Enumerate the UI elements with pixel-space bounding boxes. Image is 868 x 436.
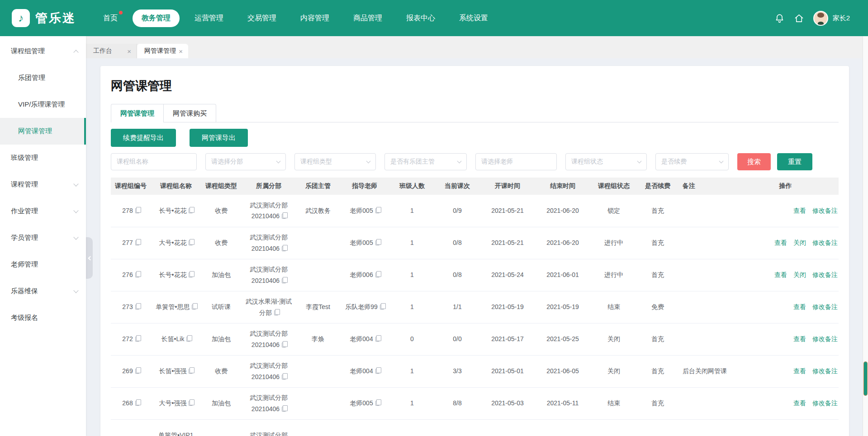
copy-icon[interactable] bbox=[375, 240, 379, 245]
copy-icon[interactable] bbox=[189, 272, 193, 277]
renew-remind-export-button[interactable]: 续费提醒导出 bbox=[111, 129, 176, 147]
subtab-manage[interactable]: 网管课管理 bbox=[111, 104, 164, 122]
sidebar-item-online-course[interactable]: 网管课管理 bbox=[0, 118, 86, 145]
nav-item-content[interactable]: 内容管理 bbox=[291, 9, 338, 27]
copy-icon[interactable] bbox=[282, 214, 286, 219]
edit-remark-link[interactable]: 修改备注 bbox=[812, 399, 838, 407]
copy-icon[interactable] bbox=[380, 305, 384, 309]
cell-name: 单簧管•VIP1 bbox=[151, 419, 201, 436]
reset-button[interactable]: 重置 bbox=[777, 153, 812, 170]
copy-icon[interactable] bbox=[135, 240, 139, 245]
view-link[interactable]: 查看 bbox=[793, 335, 806, 342]
view-link[interactable]: 查看 bbox=[793, 207, 806, 214]
subtab-purchase[interactable]: 网管课购买 bbox=[164, 104, 216, 122]
sidebar-item-orchestra[interactable]: 乐团管理 bbox=[0, 65, 86, 91]
filter-input-group-name[interactable]: 课程组名称 bbox=[111, 153, 197, 170]
sidebar-item-teacher[interactable]: 老师管理 bbox=[0, 251, 86, 278]
sidebar-item-instrument[interactable]: 乐器维保 bbox=[0, 278, 86, 305]
course-export-button[interactable]: 网管课导出 bbox=[190, 129, 248, 147]
app-logo[interactable]: ♪ 管乐迷 bbox=[12, 9, 76, 27]
sidebar-item-exam[interactable]: 考级报名 bbox=[0, 305, 86, 331]
filter-select-branch[interactable]: 请选择分部 bbox=[205, 153, 286, 170]
close-link[interactable]: 关闭 bbox=[793, 239, 806, 246]
edit-remark-link[interactable]: 修改备注 bbox=[812, 303, 838, 310]
user-avatar[interactable] bbox=[813, 11, 828, 26]
copy-icon[interactable] bbox=[282, 375, 286, 380]
copy-icon[interactable] bbox=[135, 337, 139, 342]
cell-ops bbox=[732, 419, 839, 436]
copy-icon[interactable] bbox=[282, 246, 286, 251]
copy-icon[interactable] bbox=[375, 369, 379, 374]
cell-start: 2021-05-19 bbox=[480, 291, 535, 323]
copy-icon[interactable] bbox=[375, 337, 379, 342]
filter-select-renew[interactable]: 是否续费 bbox=[655, 153, 729, 170]
sidebar-item-class[interactable]: 班级管理 bbox=[0, 145, 86, 171]
cell-renew: 首充 bbox=[637, 323, 678, 355]
sidebar-item-student[interactable]: 学员管理 bbox=[0, 225, 86, 251]
scrollbar-thumb[interactable] bbox=[863, 361, 868, 396]
tab-close-icon[interactable]: × bbox=[179, 48, 183, 55]
edit-remark-link[interactable]: 修改备注 bbox=[812, 207, 838, 214]
sidebar-item-homework[interactable]: 作业管理 bbox=[0, 198, 86, 225]
copy-icon[interactable] bbox=[282, 407, 286, 412]
view-link[interactable]: 查看 bbox=[774, 271, 787, 278]
copy-icon[interactable] bbox=[135, 208, 139, 213]
copy-icon[interactable] bbox=[135, 305, 139, 309]
nav-item-trade[interactable]: 交易管理 bbox=[238, 9, 285, 27]
copy-icon[interactable] bbox=[189, 369, 193, 374]
view-link[interactable]: 查看 bbox=[793, 399, 806, 407]
copy-icon[interactable] bbox=[282, 278, 286, 283]
cell-leader bbox=[296, 355, 340, 387]
nav-item-goods[interactable]: 商品管理 bbox=[344, 9, 391, 27]
close-link[interactable]: 关闭 bbox=[793, 271, 806, 278]
tab-close-icon[interactable]: × bbox=[127, 48, 131, 55]
edit-remark-link[interactable]: 修改备注 bbox=[812, 367, 838, 375]
filter-select-has-leader[interactable]: 是否有乐团主管 bbox=[384, 153, 467, 170]
cell-name: 长笛•强强 bbox=[151, 355, 201, 387]
copy-icon[interactable] bbox=[375, 272, 379, 277]
copy-icon[interactable] bbox=[189, 401, 193, 406]
filter-input-teacher[interactable]: 请选择老师 bbox=[475, 153, 557, 170]
copy-icon[interactable] bbox=[135, 369, 139, 374]
username[interactable]: 家长2 bbox=[833, 14, 850, 23]
edit-remark-link[interactable]: 修改备注 bbox=[812, 239, 838, 246]
edit-remark-link[interactable]: 修改备注 bbox=[812, 271, 838, 278]
sidebar-item-course[interactable]: 课程管理 bbox=[0, 171, 86, 198]
copy-icon[interactable] bbox=[135, 401, 139, 406]
sidebar-collapse-handle[interactable] bbox=[86, 237, 93, 279]
window-tab-workbench[interactable]: 工作台× bbox=[86, 44, 137, 58]
window-tab-online-course[interactable]: 网管课管理× bbox=[137, 44, 188, 58]
filter-select-group-status[interactable]: 课程组状态 bbox=[565, 153, 647, 170]
copy-icon[interactable] bbox=[375, 208, 379, 213]
cell-text: 272 bbox=[122, 335, 133, 342]
copy-icon[interactable] bbox=[135, 272, 139, 277]
edit-remark-link[interactable]: 修改备注 bbox=[812, 335, 838, 342]
view-link[interactable]: 查看 bbox=[774, 239, 787, 246]
cell-type: 加油包 bbox=[201, 323, 241, 355]
view-link[interactable]: 查看 bbox=[793, 367, 806, 375]
bell-icon[interactable] bbox=[774, 13, 785, 23]
copy-icon[interactable] bbox=[189, 240, 193, 245]
copy-icon[interactable] bbox=[192, 305, 196, 309]
sidebar-item-course-group[interactable]: 课程组管理 bbox=[0, 38, 86, 65]
copy-icon[interactable] bbox=[274, 310, 278, 315]
top-nav: 首页教务管理运营管理交易管理内容管理商品管理报表中心系统设置 bbox=[94, 9, 497, 27]
filter-select-group-type[interactable]: 课程组类型 bbox=[294, 153, 376, 170]
nav-item-system[interactable]: 系统设置 bbox=[450, 9, 497, 27]
nav-item-home[interactable]: 首页 bbox=[94, 9, 127, 27]
sidebar-item-label: VIP/乐理课管理 bbox=[18, 100, 65, 109]
chevron-up-icon bbox=[73, 50, 78, 55]
copy-icon[interactable] bbox=[189, 208, 193, 213]
nav-item-report[interactable]: 报表中心 bbox=[397, 9, 444, 27]
view-link[interactable]: 查看 bbox=[793, 303, 806, 310]
search-button[interactable]: 搜索 bbox=[737, 153, 771, 170]
nav-item-operation[interactable]: 运营管理 bbox=[185, 9, 232, 27]
sidebar-item-vip-theory[interactable]: VIP/乐理课管理 bbox=[0, 91, 86, 118]
home-icon[interactable] bbox=[794, 13, 804, 23]
page-scrollbar[interactable] bbox=[863, 36, 868, 436]
copy-icon[interactable] bbox=[282, 342, 286, 347]
nav-item-academic[interactable]: 教务管理 bbox=[133, 9, 180, 27]
copy-icon[interactable] bbox=[375, 401, 379, 406]
copy-icon[interactable] bbox=[186, 337, 190, 342]
cell-text: 收费 bbox=[215, 367, 228, 375]
